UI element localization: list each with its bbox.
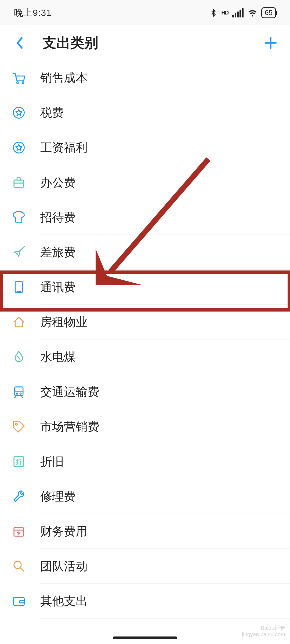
category-item[interactable]: 其他支出: [0, 584, 290, 619]
cart-icon: [11, 70, 26, 85]
category-label: 办公费: [40, 175, 76, 191]
status-time: 晚上9:31: [14, 7, 52, 19]
tag-icon: [11, 419, 26, 434]
wrench-icon: [11, 489, 26, 504]
category-label: 其他支出: [40, 593, 88, 609]
category-label: 税费: [40, 105, 64, 121]
battery-indicator: 65: [261, 7, 276, 18]
money-box-icon: [11, 524, 26, 539]
wifi-icon: [247, 8, 258, 18]
category-label: 折旧: [40, 454, 64, 470]
category-label: 交通运输费: [40, 384, 99, 400]
category-item[interactable]: 团队活动: [0, 549, 290, 584]
train-icon: [11, 384, 26, 399]
star-badge-icon: [11, 140, 26, 155]
magnifier-icon: [11, 559, 26, 574]
category-label: 销售成本: [40, 70, 88, 86]
status-icons: HD 65: [209, 7, 276, 18]
svg-point-9: [16, 393, 18, 394]
category-item[interactable]: 差旅费: [0, 235, 290, 270]
plane-icon: [11, 245, 26, 260]
watermark: Baidu经验 jingyan.baidu.com: [242, 625, 285, 638]
chef-hat-icon: [11, 210, 26, 225]
wallet-icon: [11, 594, 26, 609]
category-list: 销售成本税费工资福利办公费招待费差旅费通讯费房租物业水电煤交通运输费市场营销费折…: [0, 60, 290, 619]
category-item[interactable]: 交通运输费: [0, 374, 290, 409]
category-label: 市场营销费: [40, 419, 99, 435]
category-label: 工资福利: [40, 140, 88, 156]
hd-indicator: HD: [221, 10, 229, 16]
category-label: 修理费: [40, 489, 76, 504]
briefcase-icon: [11, 175, 26, 190]
svg-point-2: [13, 107, 24, 118]
depreciation-icon: 折: [11, 454, 26, 469]
svg-point-1: [22, 82, 24, 84]
category-label: 房租物业: [40, 314, 88, 330]
home-indicator[interactable]: [113, 636, 177, 639]
svg-point-3: [13, 142, 24, 153]
chevron-left-icon: [16, 36, 23, 49]
category-item[interactable]: 办公费: [0, 165, 290, 200]
category-item[interactable]: 修理费: [0, 479, 290, 514]
svg-point-0: [17, 82, 19, 84]
category-item[interactable]: 税费: [0, 95, 290, 130]
add-button[interactable]: [263, 35, 279, 51]
category-label: 差旅费: [40, 244, 76, 260]
back-button[interactable]: [11, 35, 27, 51]
svg-point-10: [20, 393, 21, 394]
plus-icon: [264, 36, 278, 50]
category-item[interactable]: 销售成本: [0, 60, 290, 95]
category-item[interactable]: 市场营销费: [0, 409, 290, 444]
svg-point-11: [16, 423, 17, 425]
svg-rect-4: [14, 180, 24, 187]
page-title: 支出类别: [42, 34, 98, 52]
category-label: 团队活动: [40, 558, 88, 574]
category-item[interactable]: 招待费: [0, 200, 290, 235]
category-label: 招待费: [40, 210, 76, 225]
bluetooth-icon: [209, 8, 218, 18]
category-item[interactable]: 水电煤: [0, 339, 290, 374]
category-item[interactable]: 财务费用: [0, 514, 290, 549]
category-label: 通讯费: [40, 279, 76, 295]
category-item[interactable]: 折折旧: [0, 444, 290, 479]
category-label: 水电煤: [40, 349, 76, 365]
category-item[interactable]: 工资福利: [0, 130, 290, 165]
star-badge-icon: [11, 105, 26, 120]
page-header: 支出类别: [0, 25, 290, 60]
category-item[interactable]: 通讯费: [0, 270, 290, 305]
svg-text:折: 折: [16, 459, 22, 465]
category-label: 财务费用: [40, 524, 88, 539]
status-bar: 晚上9:31 HD 65: [0, 0, 290, 25]
water-drop-icon: [11, 349, 26, 364]
category-item[interactable]: 房租物业: [0, 305, 290, 339]
svg-rect-16: [13, 598, 24, 605]
house-icon: [11, 314, 26, 330]
tablet-icon: [11, 280, 26, 295]
signal-icon: [232, 8, 244, 17]
svg-point-15: [14, 561, 21, 569]
